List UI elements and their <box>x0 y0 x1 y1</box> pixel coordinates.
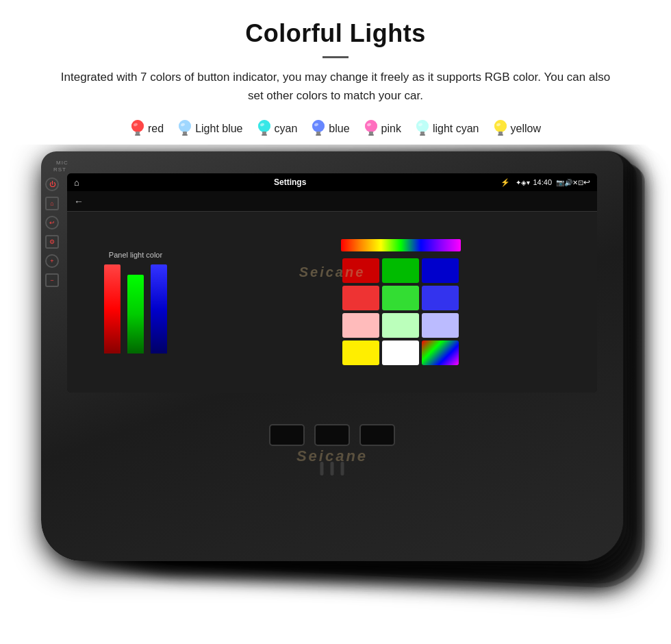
device-bottom <box>41 397 623 561</box>
panel-right <box>204 212 597 393</box>
volume-icon: 🔊 <box>564 179 572 186</box>
signal-icon: ▾ <box>527 179 530 186</box>
svg-point-26 <box>416 120 429 132</box>
swatch-red-dark[interactable] <box>342 258 379 283</box>
svg-rect-32 <box>498 132 503 134</box>
svg-point-1 <box>131 120 144 132</box>
port-slot-3 <box>359 424 395 446</box>
color-item-lightblue: Light blue <box>177 119 242 139</box>
nav-back-icon[interactable]: ← <box>74 196 84 207</box>
vol-down-button[interactable]: − <box>45 273 59 287</box>
svg-rect-28 <box>420 134 425 136</box>
seicane-watermark-bottom: Seicane <box>296 447 368 465</box>
panel-left: Panel light color <box>67 212 204 393</box>
svg-rect-8 <box>182 134 188 136</box>
color-item-red: red <box>130 119 164 139</box>
swatch-blue-dark[interactable] <box>422 258 459 283</box>
swatch-rainbow[interactable] <box>422 340 459 365</box>
swatch-red[interactable] <box>342 286 379 310</box>
svg-point-21 <box>365 120 377 132</box>
color-item-yellow: yellow <box>493 119 541 139</box>
rainbow-gradient-bar <box>341 239 461 251</box>
bulb-icon-red <box>130 119 145 139</box>
svg-point-16 <box>312 120 325 132</box>
svg-point-6 <box>179 120 191 132</box>
svg-rect-27 <box>420 132 425 134</box>
color-indicators-row: red Light blue cyan <box>110 112 561 145</box>
page-wrapper: Colorful Lights Integrated with 7 colors… <box>0 0 671 644</box>
settings-button[interactable]: ⚙ <box>45 235 59 249</box>
color-label-red: red <box>148 123 164 135</box>
svg-rect-18 <box>316 134 321 136</box>
system-back-icon: ↩ <box>583 177 590 187</box>
power-button[interactable]: ⏻ <box>45 177 59 191</box>
svg-rect-13 <box>262 134 267 136</box>
window-icon: ⊡ <box>578 179 583 186</box>
svg-rect-2 <box>136 132 140 134</box>
header-section: Colorful Lights Integrated with 7 colors… <box>0 0 671 112</box>
color-label-lightcyan: light cyan <box>433 123 479 135</box>
bulb-icon-lightblue <box>177 119 192 139</box>
devices-stack: MIC RST ⏻ ⌂ ↩ <box>41 151 630 576</box>
status-bar: ⌂ Settings ⚡ ✦ ◈ ▾ 14:40 📷 🔊 ✕ ⊡ ↩ <box>67 173 597 191</box>
svg-rect-12 <box>262 132 266 134</box>
color-label-lightblue: Light blue <box>195 123 242 135</box>
color-item-lightcyan: light cyan <box>415 119 479 139</box>
subtitle-text: Integrated with 7 colors of button indic… <box>55 68 616 105</box>
bulb-icon-blue <box>311 119 326 139</box>
svg-point-31 <box>494 120 507 132</box>
swatch-green-light[interactable] <box>382 313 419 338</box>
bulb-icon-pink <box>364 119 379 139</box>
svg-rect-33 <box>498 134 503 136</box>
blue-bar <box>151 264 167 354</box>
color-label-pink: pink <box>381 123 401 135</box>
location-icon: ◈ <box>521 179 527 186</box>
close-icon: ✕ <box>572 179 578 186</box>
screen-area: ⌂ Settings ⚡ ✦ ◈ ▾ 14:40 📷 🔊 ✕ ⊡ ↩ <box>67 173 597 393</box>
time-display: 14:40 <box>533 178 552 186</box>
vol-up-button[interactable]: + <box>45 254 59 268</box>
red-bar <box>104 264 121 354</box>
port-slot-1 <box>269 424 305 446</box>
swatch-pink-light[interactable] <box>342 313 379 338</box>
bulb-icon-cyan <box>257 119 272 139</box>
settings-label: Settings <box>79 177 501 187</box>
camera-icon: 📷 <box>556 179 564 186</box>
panel-label: Panel light color <box>109 251 162 259</box>
port-slot-2 <box>314 424 350 446</box>
bulb-icon-lightcyan <box>415 119 430 139</box>
swatch-green[interactable] <box>382 258 419 283</box>
device-image-area: MIC RST ⏻ ⌂ ↩ <box>0 145 671 644</box>
color-item-cyan: cyan <box>257 119 298 139</box>
green-bar <box>127 275 144 354</box>
nav-bar: ← <box>67 191 597 212</box>
port-slots <box>269 424 395 446</box>
panel-content: Panel light color <box>67 212 597 393</box>
title-divider <box>322 56 349 58</box>
swatch-yellow[interactable] <box>342 340 379 365</box>
svg-point-11 <box>258 120 270 132</box>
bluetooth-icon: ✦ <box>516 179 521 186</box>
color-label-blue: blue <box>329 123 349 135</box>
svg-rect-3 <box>135 134 140 136</box>
color-item-blue: blue <box>311 119 349 139</box>
swatch-blue-light[interactable] <box>422 313 459 338</box>
color-grid <box>342 258 459 365</box>
home-icon: ⌂ <box>74 177 79 188</box>
svg-rect-23 <box>368 134 374 136</box>
svg-rect-22 <box>369 132 373 134</box>
bulb-icon-yellow <box>493 119 508 139</box>
svg-rect-7 <box>183 132 187 134</box>
color-item-pink: pink <box>364 119 401 139</box>
swatch-blue[interactable] <box>422 286 459 310</box>
home-button[interactable]: ⌂ <box>45 197 59 210</box>
svg-rect-17 <box>316 132 320 134</box>
usb-icon: ⚡ <box>501 178 510 187</box>
swatch-green-mid[interactable] <box>382 286 419 310</box>
color-bars-container <box>104 264 167 354</box>
color-label-cyan: cyan <box>275 123 298 135</box>
back-button[interactable]: ↩ <box>45 216 59 230</box>
swatch-white[interactable] <box>382 340 419 365</box>
device-front: MIC RST ⏻ ⌂ ↩ <box>41 151 623 561</box>
color-label-yellow: yellow <box>511 123 541 135</box>
